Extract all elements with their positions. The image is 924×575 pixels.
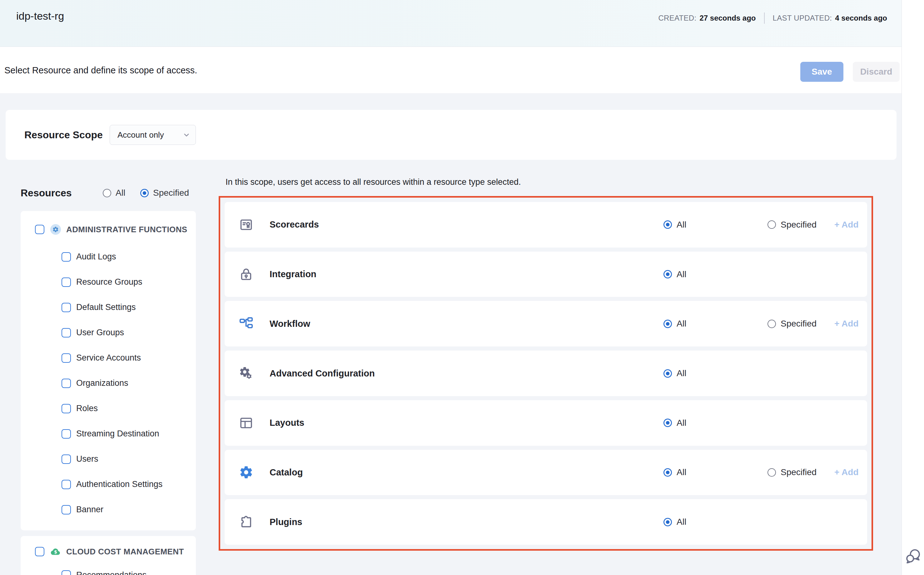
all-radio-label[interactable]: All: [677, 269, 686, 280]
checkbox-organizations[interactable]: [62, 379, 71, 388]
resources-option-specified[interactable]: Specified: [140, 186, 189, 200]
resources-option-all[interactable]: All: [103, 186, 125, 200]
resource-group-administrative-functions: ADMINISTRATIVE FUNCTIONS Audit Logs Reso…: [21, 211, 196, 531]
resource-item-user-groups: User Groups: [35, 320, 196, 345]
row-option-all[interactable]: All: [663, 517, 686, 527]
row-option-all[interactable]: All: [663, 418, 686, 428]
resource-item-authentication-settings: Authentication Settings: [35, 472, 196, 497]
page-title: idp-test-rg: [16, 10, 64, 22]
specified-radio-label[interactable]: Specified: [153, 188, 189, 198]
row-label: Plugins: [269, 517, 303, 527]
catalog-icon: [239, 465, 253, 480]
checkbox-users[interactable]: [62, 454, 71, 464]
specified-radio[interactable]: [768, 221, 776, 229]
row-option-specified[interactable]: Specified: [768, 319, 817, 329]
item-label: Audit Logs: [76, 252, 116, 262]
checkbox-resource-groups[interactable]: [62, 278, 71, 287]
all-radio[interactable]: [663, 221, 672, 229]
resource-scope-value: Account only: [118, 130, 164, 140]
checkbox-streaming-destination[interactable]: [62, 429, 71, 438]
group-items: Recommendations: [35, 564, 196, 575]
row-option-all[interactable]: All: [663, 220, 686, 230]
item-label: Organizations: [76, 378, 128, 388]
resource-type-row-plugins: Plugins All Specified: [225, 499, 867, 545]
resources-title: Resources: [21, 186, 72, 200]
all-radio-label[interactable]: All: [677, 517, 686, 527]
all-radio-label[interactable]: All: [677, 319, 686, 329]
row-option-all[interactable]: All: [663, 269, 686, 280]
all-radio-label[interactable]: All: [677, 418, 686, 428]
group-header: CLOUD COST MANAGEMENT: [35, 542, 196, 561]
all-radio-label[interactable]: All: [677, 220, 686, 230]
toolbar: Select Resource and define its scope of …: [0, 47, 902, 94]
workflow-icon: [239, 316, 253, 331]
resource-type-row-integration: Integration All Specified: [225, 252, 867, 297]
specified-radio[interactable]: [140, 189, 149, 197]
row-label: Catalog: [269, 467, 303, 478]
resource-type-row-catalog: Catalog All Specified + Add: [225, 450, 867, 496]
specified-radio[interactable]: [768, 468, 776, 477]
checkbox-administrative-functions[interactable]: [35, 225, 45, 234]
checkbox-default-settings[interactable]: [62, 303, 71, 312]
add-link[interactable]: + Add: [834, 319, 859, 329]
all-radio[interactable]: [663, 518, 672, 526]
checkbox-cloud-cost-management[interactable]: [35, 547, 45, 556]
checkbox-service-accounts[interactable]: [62, 353, 71, 363]
checkbox-roles[interactable]: [62, 404, 71, 413]
row-option-specified[interactable]: Specified: [768, 467, 817, 477]
add-link[interactable]: + Add: [834, 220, 859, 230]
discard-button[interactable]: Discard: [853, 62, 900, 82]
chat-icon: [904, 547, 922, 565]
checkbox-recommendations[interactable]: [62, 570, 71, 575]
checkbox-authentication-settings[interactable]: [62, 480, 71, 489]
specified-radio-label[interactable]: Specified: [781, 467, 817, 477]
row-label: Integration: [269, 269, 316, 280]
all-radio[interactable]: [663, 468, 672, 477]
all-radio-label[interactable]: All: [677, 467, 686, 477]
add-link[interactable]: + Add: [834, 467, 859, 477]
updated-label: LAST UPDATED:: [773, 14, 832, 22]
all-radio[interactable]: [663, 320, 672, 328]
specified-radio-label[interactable]: Specified: [781, 220, 817, 230]
row-option-all[interactable]: All: [663, 467, 686, 477]
group-header: ADMINISTRATIVE FUNCTIONS: [35, 219, 196, 240]
resource-scope-dropdown[interactable]: Account only: [110, 125, 196, 145]
row-option-specified[interactable]: Specified: [768, 220, 817, 230]
checkbox-audit-logs[interactable]: [62, 252, 71, 262]
all-radio[interactable]: [103, 189, 111, 197]
row-label: Layouts: [269, 418, 304, 428]
meta-divider: [764, 13, 765, 24]
right-gutter: [902, 0, 924, 575]
item-label: Banner: [76, 505, 104, 515]
resource-item-audit-logs: Audit Logs: [35, 244, 196, 269]
checkbox-user-groups[interactable]: [62, 328, 71, 337]
resource-scope-label: Resource Scope: [24, 110, 103, 160]
row-label: Scorecards: [269, 219, 319, 230]
updated-value: 4 seconds ago: [835, 14, 887, 22]
all-radio[interactable]: [663, 369, 672, 378]
cloud-cost-icon: [50, 546, 62, 558]
integration-icon: [239, 267, 253, 281]
scope-info-text: In this scope, users get access to all r…: [226, 177, 521, 187]
all-radio[interactable]: [663, 270, 672, 278]
checkbox-banner[interactable]: [62, 505, 71, 515]
resource-group-page: idp-test-rg CREATED: 27 seconds ago LAST…: [0, 0, 924, 575]
all-radio-label[interactable]: All: [677, 369, 686, 378]
group-label: ADMINISTRATIVE FUNCTIONS: [66, 225, 187, 234]
all-radio[interactable]: [663, 419, 672, 427]
specified-radio-label[interactable]: Specified: [781, 319, 817, 329]
resource-type-row-layouts: Layouts All Specified: [225, 400, 867, 446]
save-button[interactable]: Save: [800, 62, 843, 82]
row-option-all[interactable]: All: [663, 319, 686, 329]
chat-support-button[interactable]: [904, 547, 922, 565]
item-label: Resource Groups: [76, 277, 142, 287]
created-value: 27 seconds ago: [699, 14, 756, 22]
row-option-all[interactable]: All: [663, 369, 686, 378]
specified-radio[interactable]: [768, 320, 776, 328]
resource-item-recommendations: Recommendations: [35, 564, 196, 575]
item-label: Recommendations: [76, 570, 147, 575]
plugins-icon: [239, 515, 253, 529]
resource-scope-card: Resource Scope Account only: [6, 110, 897, 160]
group-label: CLOUD COST MANAGEMENT: [66, 547, 184, 557]
all-radio-label[interactable]: All: [116, 188, 125, 198]
